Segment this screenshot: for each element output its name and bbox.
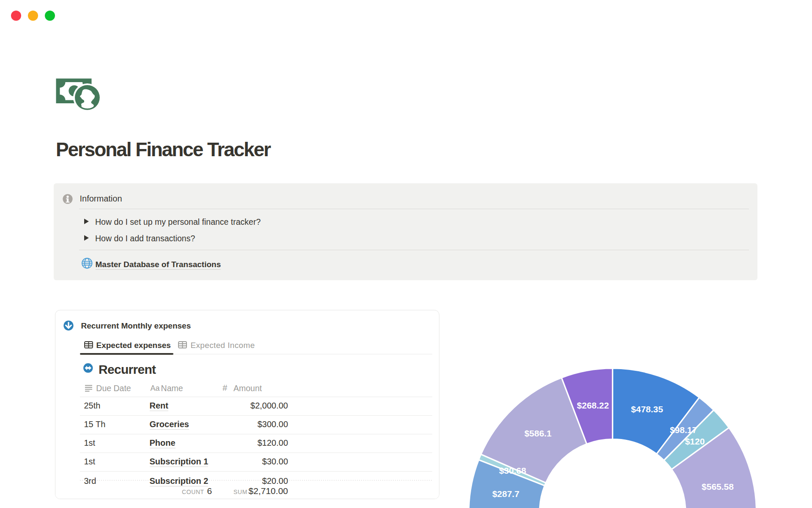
svg-text:$287.7: $287.7: [492, 489, 519, 499]
svg-text:$565.58: $565.58: [702, 482, 734, 491]
svg-text:$586.1: $586.1: [524, 428, 552, 438]
svg-text:$478.35: $478.35: [631, 404, 663, 414]
svg-text:$30.68: $30.68: [499, 466, 527, 475]
svg-text:$268.22: $268.22: [577, 400, 609, 410]
svg-text:$120: $120: [685, 436, 705, 446]
svg-text:$98.17: $98.17: [670, 425, 697, 435]
